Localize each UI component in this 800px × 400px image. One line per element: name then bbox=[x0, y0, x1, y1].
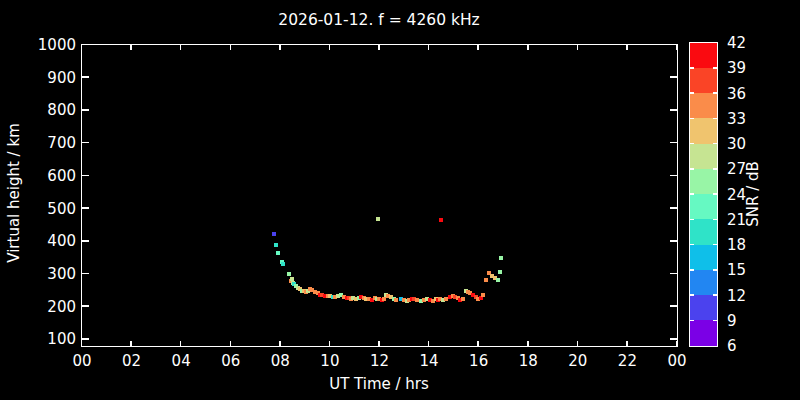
colorbar-segment bbox=[690, 68, 717, 93]
y-tick-label: 400 bbox=[0, 232, 76, 250]
colorbar-tick-label: 33 bbox=[727, 110, 746, 128]
y-major-tick bbox=[670, 142, 677, 144]
x-tick-label: 00 bbox=[72, 352, 91, 370]
x-major-tick bbox=[279, 45, 281, 50]
y-major-tick bbox=[670, 109, 677, 111]
colorbar-tick-label: 15 bbox=[727, 261, 746, 279]
x-major-tick bbox=[81, 45, 83, 50]
x-major-tick bbox=[676, 341, 678, 346]
x-major-tick bbox=[527, 341, 529, 346]
x-tick-label: 22 bbox=[618, 352, 637, 370]
y-major-tick bbox=[82, 44, 89, 46]
y-major-tick bbox=[670, 240, 677, 242]
y-major-tick bbox=[82, 175, 89, 177]
colorbar-boundary-tick bbox=[690, 269, 694, 271]
x-major-tick bbox=[329, 45, 331, 50]
data-point bbox=[376, 217, 380, 221]
x-tick-label: 20 bbox=[568, 352, 587, 370]
data-point bbox=[481, 293, 485, 297]
colorbar-segment bbox=[690, 43, 717, 68]
x-major-tick bbox=[676, 45, 678, 50]
data-point bbox=[498, 270, 502, 274]
x-tick-label: 10 bbox=[320, 352, 339, 370]
y-tick-label: 500 bbox=[0, 200, 76, 218]
colorbar-boundary-tick bbox=[690, 244, 694, 246]
colorbar-segment bbox=[690, 169, 717, 194]
y-major-tick bbox=[670, 273, 677, 275]
y-tick-label: 200 bbox=[0, 298, 76, 316]
y-major-tick bbox=[670, 338, 677, 340]
x-tick-label: 16 bbox=[469, 352, 488, 370]
colorbar-boundary-tick bbox=[690, 118, 694, 120]
colorbar-boundary-tick bbox=[713, 118, 717, 120]
colorbar bbox=[689, 42, 718, 347]
x-major-tick bbox=[279, 341, 281, 346]
y-major-tick bbox=[82, 109, 89, 111]
x-major-tick bbox=[477, 45, 479, 50]
colorbar-boundary-tick bbox=[713, 143, 717, 145]
y-tick-label: 100 bbox=[0, 330, 76, 348]
y-major-tick bbox=[82, 273, 89, 275]
y-major-tick bbox=[82, 338, 89, 340]
x-major-tick bbox=[81, 341, 83, 346]
y-tick-label: 600 bbox=[0, 167, 76, 185]
colorbar-boundary-tick bbox=[713, 67, 717, 69]
data-point bbox=[439, 218, 443, 222]
x-tick-label: 06 bbox=[221, 352, 240, 370]
y-major-tick bbox=[82, 76, 89, 78]
colorbar-tick-label: 6 bbox=[727, 337, 737, 355]
x-tick-label: 14 bbox=[420, 352, 439, 370]
x-tick-label: 12 bbox=[370, 352, 389, 370]
y-major-tick bbox=[670, 207, 677, 209]
colorbar-boundary-tick bbox=[713, 269, 717, 271]
data-point bbox=[461, 297, 465, 301]
colorbar-segment bbox=[690, 219, 717, 244]
y-major-tick bbox=[670, 76, 677, 78]
y-major-tick bbox=[670, 175, 677, 177]
data-point bbox=[276, 251, 280, 255]
colorbar-segment bbox=[690, 93, 717, 118]
data-point bbox=[496, 278, 500, 282]
plot-area bbox=[81, 44, 678, 347]
colorbar-boundary-tick bbox=[713, 320, 717, 322]
y-major-tick bbox=[670, 44, 677, 46]
colorbar-boundary-tick bbox=[690, 168, 694, 170]
y-major-tick bbox=[82, 207, 89, 209]
x-tick-label: 02 bbox=[122, 352, 141, 370]
x-major-tick bbox=[329, 341, 331, 346]
colorbar-segment bbox=[690, 118, 717, 143]
data-point bbox=[281, 262, 285, 266]
x-major-tick bbox=[378, 341, 380, 346]
x-major-tick bbox=[428, 341, 430, 346]
x-major-tick bbox=[477, 341, 479, 346]
x-tick-label: 04 bbox=[172, 352, 191, 370]
x-tick-label: 08 bbox=[271, 352, 290, 370]
x-major-tick bbox=[180, 45, 182, 50]
colorbar-boundary-tick bbox=[690, 92, 694, 94]
colorbar-tick-label: 36 bbox=[727, 85, 746, 103]
y-major-tick bbox=[670, 305, 677, 307]
x-major-tick bbox=[378, 45, 380, 50]
colorbar-tick-label: 12 bbox=[727, 287, 746, 305]
colorbar-boundary-tick bbox=[690, 193, 694, 195]
colorbar-boundary-tick bbox=[713, 193, 717, 195]
data-point bbox=[499, 256, 503, 260]
x-major-tick bbox=[130, 341, 132, 346]
data-point bbox=[287, 272, 291, 276]
x-major-tick bbox=[428, 45, 430, 50]
colorbar-boundary-tick bbox=[690, 294, 694, 296]
y-tick-label: 300 bbox=[0, 265, 76, 283]
colorbar-boundary-tick bbox=[713, 294, 717, 296]
colorbar-boundary-tick bbox=[690, 143, 694, 145]
colorbar-tick-label: 42 bbox=[727, 34, 746, 52]
x-tick-label: 00 bbox=[667, 352, 686, 370]
data-point bbox=[484, 278, 488, 282]
colorbar-boundary-tick bbox=[713, 168, 717, 170]
x-major-tick bbox=[180, 341, 182, 346]
x-major-tick bbox=[626, 341, 628, 346]
colorbar-segment bbox=[690, 295, 717, 320]
colorbar-tick-label: 30 bbox=[727, 135, 746, 153]
x-major-tick bbox=[130, 45, 132, 50]
ionogram-figure: 2026-01-12. f = 4260 kHz Virtual height … bbox=[0, 0, 800, 400]
colorbar-segment bbox=[690, 144, 717, 169]
